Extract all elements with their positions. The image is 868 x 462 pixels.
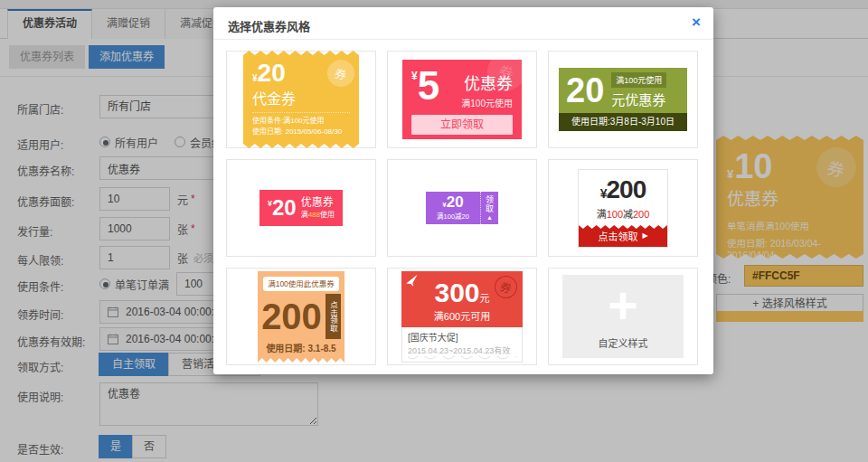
zigzag-edge bbox=[579, 225, 667, 229]
coupon-date: 使用日期:3月8日-3月10日 bbox=[559, 113, 687, 131]
wavy-edge bbox=[408, 356, 516, 361]
claim-action-label: 领取 bbox=[484, 195, 495, 213]
coupon-amount: 20 bbox=[566, 73, 604, 108]
coupon-style-small-pink[interactable]: ¥20 优惠券 满488使用 bbox=[226, 159, 376, 257]
coupon-condition: 满488使用 bbox=[301, 209, 335, 219]
coupon-condition-badge: 满100元使用 bbox=[611, 72, 666, 88]
coupon-condition: 使用条件:满100元使用 bbox=[252, 116, 350, 127]
coupon-style-green[interactable]: 20 满100元使用 元优惠券 使用日期:3月8日-3月10日 bbox=[548, 51, 698, 148]
coupon-condition: 满100减200 bbox=[582, 206, 664, 221]
arrow-up-icon: ▲ bbox=[486, 214, 493, 221]
custom-style-label: 自定义样式 bbox=[599, 335, 648, 350]
coupon-validity: 2015.04.23~2015.04.23有效 bbox=[408, 344, 516, 356]
coupon-style-white-red[interactable]: ¥200 满100减200 点击领取 ▶ bbox=[548, 159, 698, 257]
coupon-title: 优惠券 bbox=[301, 197, 335, 209]
coupon-title: 优惠券 bbox=[461, 71, 513, 94]
coupon-condition: 满600元可用 bbox=[401, 308, 523, 323]
zigzag-edge-bottom bbox=[243, 144, 359, 148]
coupon-title: 元优惠券 bbox=[611, 90, 666, 108]
modal-header: 选择优惠券风格 × bbox=[213, 7, 713, 40]
coupon-style-grid: ¥20 代金券 使用条件:满100元使用 使用日期: 2015/05/06-08… bbox=[226, 51, 698, 365]
coupon-amount: ¥5 bbox=[411, 67, 439, 109]
coupon-amount: ¥20 bbox=[426, 194, 480, 210]
coupon-admin-page: 优惠券活动 满赠促销 满减促销 优惠券列表 添加优惠券 所属门店: 所有门店 适… bbox=[0, 0, 868, 462]
coupon-style-red-event[interactable]: 券 300元 满600元可用 [国庆节大促] 2015.04.23~2015.0… bbox=[387, 268, 537, 365]
coupon-amount: ¥200 bbox=[582, 177, 664, 203]
style-picker-modal: 选择优惠券风格 × ¥20 代金券 使用条件:满100元使用 使用日期: 201… bbox=[213, 7, 713, 374]
coupon-header: 满100使用此优惠券 bbox=[263, 277, 339, 291]
coupon-style-custom[interactable]: + 自定义样式 bbox=[548, 268, 698, 365]
modal-title: 选择优惠券风格 bbox=[228, 17, 310, 34]
click-claim-button[interactable]: 点击领取 ▶ bbox=[579, 225, 667, 247]
coupon-event: [国庆节大促] bbox=[408, 330, 516, 344]
coupon-condition: 满100元使用 bbox=[461, 96, 513, 109]
coupon-style-orange[interactable]: 满100使用此优惠券 200 点击领取 使用日期: 3.1-8.5 bbox=[226, 268, 376, 365]
coupon-style-purple[interactable]: ¥20 满100减20 领取 ▲ bbox=[387, 159, 537, 257]
coupon-name: 代金券 bbox=[252, 87, 350, 108]
claim-now-button[interactable]: 立即领取 bbox=[411, 115, 513, 135]
paper-plane-icon bbox=[404, 272, 421, 289]
coupon-style-gold[interactable]: ¥20 代金券 使用条件:满100元使用 使用日期: 2015/05/06-08… bbox=[226, 51, 376, 148]
zigzag-edge-bottom bbox=[258, 358, 344, 363]
coupon-amount: 200 bbox=[261, 299, 322, 334]
coupon-amount: ¥20 bbox=[268, 197, 297, 219]
coupon-style-pink[interactable]: 券 ¥5 优惠券 满100元使用 立即领取 bbox=[387, 51, 537, 148]
coupon-condition: 满100减20 bbox=[426, 211, 480, 221]
arrow-right-icon: ▶ bbox=[642, 231, 647, 240]
plus-icon: + bbox=[608, 275, 638, 335]
close-icon[interactable]: × bbox=[692, 14, 701, 30]
coupon-date: 使用日期: 3.1-8.5 bbox=[258, 341, 344, 354]
click-claim-button[interactable]: 点击领取 bbox=[326, 294, 341, 339]
coupon-date: 使用日期: 2015/05/06-08/30 bbox=[252, 127, 350, 137]
